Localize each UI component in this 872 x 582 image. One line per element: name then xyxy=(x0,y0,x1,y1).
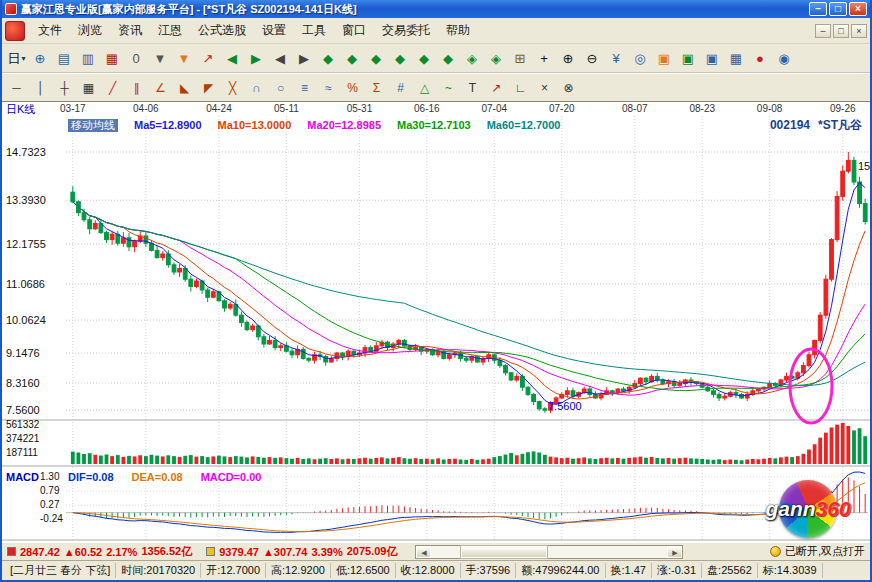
connection-status[interactable]: 已断开,双点打开 xyxy=(770,544,865,559)
gann-wheel360-icon[interactable]: ◈ xyxy=(485,48,508,70)
gann-circle-icon[interactable]: ◆ xyxy=(389,48,412,70)
index-quote[interactable]: 9379.47 ▲307.74 3.39% 2075.09亿 xyxy=(206,544,397,559)
app-brand-icon xyxy=(5,21,25,41)
candle xyxy=(807,355,811,366)
crosshair-icon[interactable]: + xyxy=(533,48,556,70)
jump-start-icon[interactable]: ◀ xyxy=(221,48,244,70)
macd-label[interactable]: MACD xyxy=(6,471,66,484)
trend-chart-icon[interactable]: ↗ xyxy=(197,48,220,70)
save-icon[interactable]: ▦ xyxy=(725,48,748,70)
angle-ruler-icon[interactable]: ∟ xyxy=(509,78,532,98)
candle xyxy=(195,281,199,286)
candle xyxy=(565,391,569,395)
currency-icon[interactable]: ¥ xyxy=(605,48,628,70)
gann-square-four-icon[interactable]: ◆ xyxy=(341,48,364,70)
indicator-dropdown-icon[interactable]: ▼ xyxy=(149,48,172,70)
green-tool-icon[interactable]: ▣ xyxy=(677,48,700,70)
fib-retracement-icon[interactable]: ≡ xyxy=(293,78,316,98)
jump-end-icon[interactable]: ▶ xyxy=(245,48,268,70)
index-quote[interactable]: 2847.42 ▲60.52 2.17% 1356.52亿 xyxy=(7,544,192,559)
titlebar: 赢家江恩专业版[赢家内部服务平台] - [*ST凡谷 SZ002194-141日… xyxy=(2,0,870,18)
scroll-track[interactable] xyxy=(431,546,667,558)
gann360-logo: gann360 xyxy=(762,477,854,541)
fib-fan-icon[interactable]: ≈ xyxy=(317,78,340,98)
gann-angle-icon[interactable]: ∠ xyxy=(149,78,172,98)
circle-tool-icon[interactable]: ○ xyxy=(269,78,292,98)
arc-tool-icon[interactable]: ∩ xyxy=(245,78,268,98)
mdi-minimize-button[interactable]: – xyxy=(815,24,831,38)
candle xyxy=(223,301,227,308)
sigma-tool-icon[interactable]: Σ xyxy=(365,78,388,98)
report-icon[interactable]: ▤ xyxy=(53,48,76,70)
candle xyxy=(841,171,845,196)
close-button[interactable]: × xyxy=(849,2,867,16)
menu-item[interactable]: 资讯 xyxy=(110,19,150,42)
menu-item[interactable]: 公式选股 xyxy=(190,19,254,42)
grid-tool-icon[interactable]: ▦ xyxy=(77,78,100,98)
gann-grid-icon[interactable]: ╳ xyxy=(221,78,244,98)
gann-fan-down-icon[interactable]: ◣ xyxy=(173,78,196,98)
minimize-button[interactable]: – xyxy=(809,2,827,16)
trendline-tool-icon[interactable]: ╱ xyxy=(101,78,124,98)
connection-status-icon[interactable] xyxy=(770,546,781,557)
hline-tool-icon[interactable]: ─ xyxy=(5,78,28,98)
step-back-icon[interactable]: ◀ xyxy=(269,48,292,70)
gann-calendar-icon[interactable]: ◆ xyxy=(437,48,460,70)
filter-funnel-icon[interactable]: ▼ xyxy=(173,48,196,70)
delete-drawing-icon[interactable]: × xyxy=(533,78,556,98)
channel-tool-icon[interactable]: ∥ xyxy=(125,78,148,98)
zero-axis-icon[interactable]: 0 xyxy=(125,48,148,70)
price-levels-icon[interactable]: # xyxy=(389,78,412,98)
restore-button[interactable]: □ xyxy=(829,2,847,16)
period-day-selector[interactable]: 日 ▾ xyxy=(5,48,28,70)
step-forward-icon[interactable]: ▶ xyxy=(293,48,316,70)
menu-item[interactable]: 浏览 xyxy=(70,19,110,42)
menu-item[interactable]: 工具 xyxy=(294,19,334,42)
pan-hand-icon[interactable]: ⊞ xyxy=(509,48,532,70)
mdi-close-button[interactable]: × xyxy=(851,24,867,38)
axis-labels: 14.732313.393012.175511.068610.06249.147… xyxy=(6,103,856,458)
candle xyxy=(403,340,407,345)
triangle-tool-icon[interactable]: △ xyxy=(413,78,436,98)
orange-tool-icon[interactable]: ▣ xyxy=(653,48,676,70)
candle xyxy=(717,394,721,398)
vline-tool-icon[interactable]: │ xyxy=(29,78,52,98)
menu-item[interactable]: 江恩 xyxy=(150,19,190,42)
gann-square-nine-icon[interactable]: ◆ xyxy=(317,48,340,70)
candle xyxy=(172,265,176,272)
candle xyxy=(644,378,648,382)
candle xyxy=(82,213,86,220)
zoom-in-icon[interactable]: ⊕ xyxy=(557,48,580,70)
cross-tool-icon[interactable]: ┼ xyxy=(53,78,76,98)
gann-wheel-icon[interactable]: ⊕ xyxy=(29,48,52,70)
menu-item[interactable]: 帮助 xyxy=(438,19,478,42)
record-icon[interactable]: ● xyxy=(749,48,772,70)
menu-item[interactable]: 设置 xyxy=(254,19,294,42)
market-scrollbar[interactable]: ◀ ▶ xyxy=(415,545,683,559)
gann-hexagon-icon[interactable]: ◆ xyxy=(365,48,388,70)
compass-icon[interactable]: ◎ xyxy=(629,48,652,70)
gann-spiral-icon[interactable]: ◆ xyxy=(413,48,436,70)
globe-icon[interactable]: ◉ xyxy=(773,48,796,70)
gann-wheel24-icon[interactable]: ◈ xyxy=(461,48,484,70)
scroll-right-button[interactable]: ▶ xyxy=(667,546,682,558)
wave-tool-icon[interactable]: ~ xyxy=(437,78,460,98)
text-tool-icon[interactable]: T xyxy=(461,78,484,98)
blue-tool-icon[interactable]: ▣ xyxy=(701,48,724,70)
ma-legend-title[interactable]: 移动均线 xyxy=(68,119,118,132)
kline-icon[interactable]: ▦ xyxy=(101,48,124,70)
mdi-restore-button[interactable]: □ xyxy=(833,24,849,38)
arrow-mark-icon[interactable]: ↗ xyxy=(485,78,508,98)
percent-line-icon[interactable]: % xyxy=(341,78,364,98)
bar-chart-icon[interactable]: ▥ xyxy=(77,48,100,70)
candle xyxy=(464,358,468,360)
menu-item[interactable]: 交易委托 xyxy=(374,19,438,42)
scroll-thumb[interactable] xyxy=(461,546,547,558)
scroll-left-button[interactable]: ◀ xyxy=(416,546,431,558)
gann-fan-up-icon[interactable]: ◤ xyxy=(197,78,220,98)
menu-item[interactable]: 窗口 xyxy=(334,19,374,42)
zoom-out-icon[interactable]: ⊖ xyxy=(581,48,604,70)
svg-text:09-26: 09-26 xyxy=(830,103,856,114)
menu-item[interactable]: 文件 xyxy=(30,19,70,42)
clear-all-icon[interactable]: ⊗ xyxy=(557,78,580,98)
